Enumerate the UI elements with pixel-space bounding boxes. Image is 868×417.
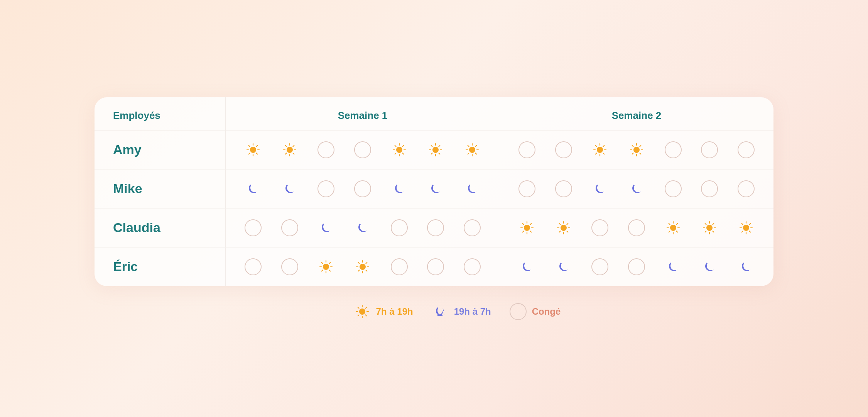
- svg-line-87: [676, 231, 677, 232]
- svg-line-15: [293, 153, 294, 154]
- moon-icon: [464, 180, 481, 197]
- moon-icon: [591, 180, 608, 197]
- svg-line-125: [358, 270, 360, 271]
- svg-line-131: [358, 307, 359, 308]
- sun-icon: [665, 219, 682, 236]
- semaine1-header: Semaine 1: [226, 97, 500, 130]
- off-icon: [464, 219, 481, 236]
- employee-name-cell: Amy: [95, 131, 226, 169]
- svg-line-33: [439, 153, 440, 154]
- svg-line-116: [322, 270, 323, 271]
- off-icon: [281, 258, 298, 275]
- svg-line-89: [669, 231, 670, 232]
- svg-point-0: [250, 147, 256, 153]
- svg-line-16: [293, 145, 294, 146]
- employee-name: Éric: [113, 259, 138, 274]
- sun-icon: [391, 141, 408, 158]
- week1-cell: [226, 247, 500, 286]
- week1-cell: [226, 131, 500, 169]
- svg-line-8: [249, 153, 250, 154]
- sun-icon: [427, 141, 444, 158]
- employee-row: Amy: [95, 131, 773, 170]
- svg-line-96: [713, 231, 714, 232]
- svg-line-61: [640, 145, 641, 146]
- employee-row: Claudia: [95, 208, 773, 247]
- svg-point-36: [469, 147, 475, 153]
- off-icon: [701, 141, 718, 158]
- svg-line-104: [741, 223, 743, 224]
- legend-off: Congé: [510, 303, 561, 320]
- svg-line-97: [713, 223, 714, 224]
- moon-legend-label: 19h à 7h: [454, 306, 491, 317]
- off-icon: [518, 141, 535, 158]
- svg-point-90: [706, 225, 713, 231]
- moon-icon: [628, 180, 645, 197]
- off-icon: [518, 180, 535, 197]
- svg-line-95: [705, 223, 706, 224]
- off-icon: [628, 219, 645, 236]
- svg-line-123: [366, 270, 367, 271]
- svg-line-25: [402, 145, 404, 146]
- off-icon: [354, 180, 371, 197]
- off-icon: [317, 180, 334, 197]
- moon-icon: [391, 180, 408, 197]
- moon-icon-legend: [432, 303, 449, 320]
- svg-point-108: [323, 264, 329, 270]
- svg-line-34: [439, 145, 440, 146]
- employee-name-cell: Éric: [95, 247, 226, 286]
- svg-line-132: [365, 315, 366, 316]
- svg-line-106: [749, 223, 750, 224]
- svg-line-43: [475, 145, 476, 146]
- svg-line-71: [523, 231, 524, 232]
- sun-icon: [555, 219, 572, 236]
- off-icon: [317, 141, 334, 158]
- svg-line-32: [431, 145, 432, 146]
- svg-line-115: [329, 262, 331, 263]
- off-icon: [665, 180, 682, 197]
- svg-line-35: [431, 153, 432, 154]
- svg-line-6: [257, 153, 258, 154]
- svg-line-7: [257, 145, 258, 146]
- svg-line-17: [285, 153, 287, 154]
- svg-line-122: [358, 262, 360, 263]
- svg-line-51: [603, 153, 605, 154]
- svg-line-124: [366, 262, 367, 263]
- off-icon: [738, 180, 755, 197]
- employee-row: Mike: [95, 170, 773, 208]
- moon-icon: [354, 219, 371, 236]
- svg-point-99: [743, 225, 749, 231]
- svg-line-105: [749, 231, 750, 232]
- svg-line-98: [705, 231, 706, 232]
- moon-icon: [281, 180, 298, 197]
- svg-line-114: [329, 270, 331, 271]
- svg-point-54: [633, 147, 640, 153]
- svg-line-23: [395, 145, 396, 146]
- legend: 7h à 19h 19h à 7h Congé: [307, 303, 561, 320]
- employee-name-cell: Claudia: [95, 208, 226, 247]
- svg-line-134: [358, 315, 359, 316]
- sun-icon: [591, 141, 608, 158]
- off-legend-label: Congé: [532, 306, 561, 317]
- week2-cell: [500, 131, 773, 169]
- off-icon: [427, 258, 444, 275]
- svg-line-70: [530, 223, 532, 224]
- svg-line-50: [596, 145, 597, 146]
- svg-line-14: [285, 145, 287, 146]
- week2-cell: [500, 170, 773, 208]
- svg-line-133: [365, 307, 366, 308]
- week1-cell: [226, 208, 500, 247]
- svg-line-86: [669, 223, 670, 224]
- moon-icon: [245, 180, 262, 197]
- svg-line-113: [322, 262, 323, 263]
- sun-icon: [518, 219, 535, 236]
- svg-line-59: [632, 145, 633, 146]
- svg-point-9: [287, 147, 293, 153]
- off-icon: [701, 180, 718, 197]
- svg-line-79: [567, 223, 568, 224]
- legend-sun: 7h à 19h: [354, 303, 413, 320]
- sun-legend-label: 7h à 19h: [376, 306, 413, 317]
- moon-icon: [317, 219, 334, 236]
- svg-line-42: [475, 153, 476, 154]
- svg-point-45: [597, 147, 603, 153]
- svg-point-72: [561, 225, 567, 231]
